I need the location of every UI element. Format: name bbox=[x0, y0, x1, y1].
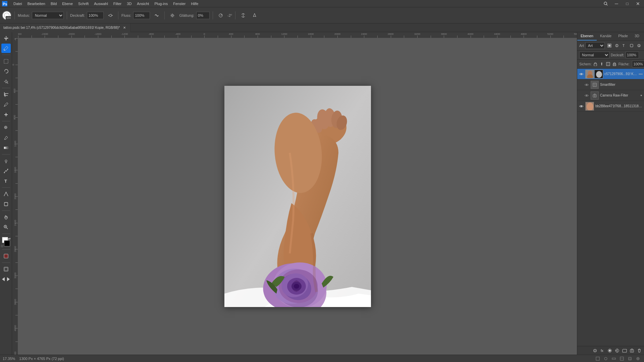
canvas-area[interactable]: -2800-2400-2000-1600-1200-800-4000400800… bbox=[12, 32, 577, 355]
paths-tab[interactable]: Pfade bbox=[615, 32, 631, 41]
3d-tab[interactable]: 3D bbox=[631, 32, 643, 41]
menu-plugins[interactable]: Plug-ins bbox=[152, 1, 170, 6]
tool-right-arrow[interactable] bbox=[6, 275, 11, 284]
layer-1b-visibility[interactable] bbox=[584, 93, 589, 98]
lock-pixel-btn[interactable] bbox=[593, 61, 598, 67]
delete-layer-btn[interactable] bbox=[636, 347, 643, 354]
brush-preview[interactable]: 104 bbox=[2, 11, 11, 20]
move-tool[interactable] bbox=[1, 34, 11, 43]
magic-wand-tool[interactable] bbox=[1, 77, 11, 86]
pen-tool[interactable] bbox=[1, 166, 11, 176]
add-layer-btn[interactable] bbox=[629, 347, 635, 354]
add-style-btn[interactable]: fx bbox=[599, 347, 606, 354]
layers-tab[interactable]: Ebenen bbox=[577, 32, 597, 41]
fluss-btn[interactable] bbox=[152, 11, 161, 20]
eraser-tool[interactable] bbox=[1, 133, 11, 142]
pen-pressure-btn[interactable] bbox=[250, 11, 259, 20]
active-tab[interactable]: tattoo.psdc bei 17,4% (c571297906dcfd266… bbox=[0, 23, 130, 32]
channels-tab[interactable]: Kanäle bbox=[597, 32, 615, 41]
default-colors[interactable]: □ bbox=[1, 244, 3, 248]
fluss-input[interactable] bbox=[133, 12, 150, 19]
gradient-tool[interactable] bbox=[1, 143, 11, 153]
glattung-input[interactable] bbox=[196, 12, 210, 19]
left-tool-sep-9 bbox=[2, 262, 10, 263]
minimize-btn[interactable]: ─ bbox=[612, 0, 621, 8]
screen-mode-btn[interactable] bbox=[1, 264, 11, 274]
layer-item-1b[interactable]: Camera Raw-Filter ✦ bbox=[577, 90, 644, 101]
filter-shape-btn[interactable] bbox=[628, 42, 635, 49]
modus-select[interactable]: Normal Multiplizieren Aufhellen bbox=[32, 12, 64, 19]
clone-tool[interactable] bbox=[1, 123, 11, 132]
statusbar-btn-4[interactable] bbox=[619, 355, 625, 362]
deckraft-input[interactable] bbox=[87, 12, 104, 19]
quickmask-tool[interactable] bbox=[1, 251, 11, 261]
menu-fenster[interactable]: Fenster bbox=[170, 1, 188, 6]
zoom-tool[interactable] bbox=[1, 223, 11, 232]
menu-schrift[interactable]: Schrift bbox=[75, 1, 91, 6]
close-btn[interactable]: ✕ bbox=[633, 0, 643, 8]
statusbar-btn-3[interactable] bbox=[610, 355, 617, 362]
menu-3d[interactable]: 3D bbox=[124, 1, 134, 6]
menu-bild[interactable]: Bild bbox=[48, 1, 59, 6]
filter-pixel-btn[interactable] bbox=[606, 42, 613, 49]
brush-tool[interactable] bbox=[1, 44, 11, 53]
menu-bearbeiten[interactable]: Bearbeiten bbox=[25, 1, 48, 6]
hand-tool[interactable] bbox=[1, 213, 11, 222]
dodge-tool[interactable] bbox=[1, 156, 11, 166]
search-btn[interactable] bbox=[601, 0, 610, 8]
add-adj-btn[interactable] bbox=[614, 347, 621, 354]
filter-type-select[interactable]: Art Name Effekt bbox=[585, 42, 605, 49]
layer-1-visibility[interactable] bbox=[579, 71, 584, 77]
swap-colors[interactable]: ⇄ bbox=[8, 237, 11, 240]
text-tool[interactable]: T bbox=[1, 176, 11, 186]
airbrush-btn[interactable] bbox=[106, 11, 115, 20]
menu-hilfe[interactable]: Hilfe bbox=[188, 1, 201, 6]
layer-2-visibility[interactable] bbox=[579, 104, 584, 109]
panel-options-btn[interactable]: ≡ bbox=[643, 32, 644, 41]
menu-datei[interactable]: Datei bbox=[11, 1, 25, 6]
menu-ansicht[interactable]: Ansicht bbox=[134, 1, 152, 6]
layer-item-1[interactable]: c571297906...91f Kopie bbox=[577, 69, 644, 79]
lock-move-btn[interactable] bbox=[599, 61, 604, 67]
angle-btn[interactable] bbox=[216, 11, 225, 20]
canvas-image[interactable] bbox=[224, 86, 371, 307]
fill-input[interactable] bbox=[632, 61, 644, 67]
crop-tool[interactable] bbox=[1, 90, 11, 99]
color-swatches: ⇄ □ bbox=[1, 237, 11, 248]
add-mask-btn[interactable] bbox=[606, 347, 613, 354]
maximize-btn[interactable]: □ bbox=[623, 0, 632, 8]
filter-smart-btn[interactable]: S bbox=[636, 42, 642, 49]
menu-filter[interactable]: Filter bbox=[111, 1, 124, 6]
svg-point-72 bbox=[596, 71, 602, 78]
symmetry-btn[interactable] bbox=[238, 11, 248, 20]
lock-all-btn[interactable] bbox=[612, 61, 617, 67]
statusbar-btn-6[interactable] bbox=[635, 355, 641, 362]
statusbar-btn-5[interactable] bbox=[627, 355, 633, 362]
menu-ebene[interactable]: Ebene bbox=[59, 1, 75, 6]
statusbar-btn-1[interactable] bbox=[594, 355, 601, 362]
svg-rect-59 bbox=[630, 44, 633, 47]
layer-1a-visibility[interactable] bbox=[584, 82, 589, 87]
marquee-tool[interactable] bbox=[1, 57, 11, 66]
link-layers-btn[interactable] bbox=[592, 347, 598, 354]
tool-left-arrow[interactable] bbox=[1, 275, 6, 284]
menu-auswahl[interactable]: Auswahl bbox=[91, 1, 111, 6]
blend-mode-select[interactable]: Normal Multiplizieren Aufhellen bbox=[579, 52, 609, 58]
filter-adj-btn[interactable] bbox=[613, 42, 620, 49]
canvas-wrapper[interactable] bbox=[18, 38, 577, 355]
layer-item-2[interactable]: bb2B8ee471f768...18511318da3aad bbox=[577, 101, 644, 112]
lasso-tool[interactable] bbox=[1, 67, 11, 76]
opacity-input[interactable] bbox=[626, 52, 639, 58]
statusbar-btn-2[interactable] bbox=[602, 355, 609, 362]
heal-tool[interactable] bbox=[1, 110, 11, 119]
tab-close-btn[interactable]: ✕ bbox=[122, 25, 127, 30]
lock-artboard-btn[interactable] bbox=[605, 61, 611, 67]
layer-item-1a[interactable]: Smartfilter bbox=[577, 79, 644, 90]
path-select-tool[interactable] bbox=[1, 189, 11, 199]
eyedropper-tool[interactable] bbox=[1, 100, 11, 109]
background-color[interactable] bbox=[4, 240, 10, 246]
add-group-btn[interactable] bbox=[621, 347, 628, 354]
settings-btn[interactable] bbox=[168, 11, 177, 20]
shape-tool[interactable] bbox=[1, 199, 11, 209]
filter-type-btn[interactable]: T bbox=[621, 42, 628, 49]
